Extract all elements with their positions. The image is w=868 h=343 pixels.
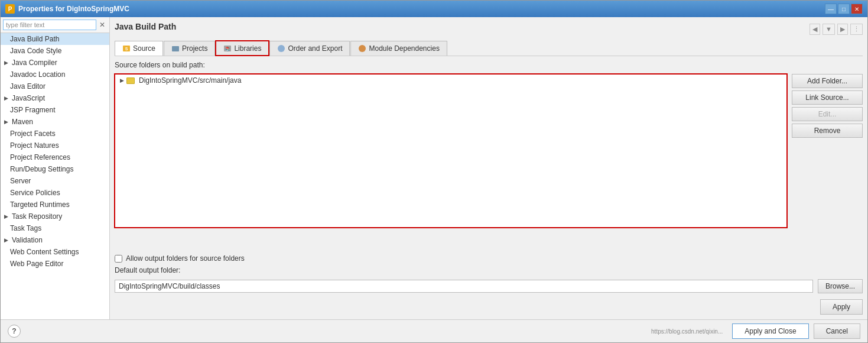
tab-order-export[interactable]: Order and Export: [269, 41, 350, 56]
apply-close-button[interactable]: Apply and Close: [732, 323, 808, 339]
output-folder-input[interactable]: [115, 280, 813, 293]
sidebar-item-web-page-editor[interactable]: Web Page Editor: [1, 258, 109, 270]
expand-arrow-task-repository: ▶: [4, 213, 8, 219]
tab-order-label: Order and Export: [288, 44, 342, 53]
search-box: ✕: [1, 17, 109, 33]
help-button[interactable]: ?: [8, 325, 21, 338]
expand-arrow-java-compiler: ▶: [4, 60, 8, 66]
footer-left: ?: [8, 325, 21, 338]
order-tab-icon: [277, 44, 285, 53]
tab-projects-label: Projects: [182, 44, 207, 53]
edit-button[interactable]: Edit...: [792, 107, 863, 121]
main-panel: Java Build Path ◀ ▼ ▶ ⋮ S Source: [110, 17, 867, 319]
sidebar-item-java-compiler[interactable]: ▶ Java Compiler: [1, 57, 109, 69]
nav-forward-button[interactable]: ▶: [837, 24, 848, 35]
search-clear-button[interactable]: ✕: [97, 20, 107, 30]
allow-output-checkbox[interactable]: [115, 255, 122, 263]
nav-arrows: ◀ ▼ ▶ ⋮: [810, 24, 863, 35]
nav-menu-button[interactable]: ⋮: [850, 24, 863, 35]
sidebar-item-service-policies[interactable]: Service Policies: [1, 187, 109, 199]
sidebar-item-java-code-style[interactable]: Java Code Style: [1, 45, 109, 57]
remove-button[interactable]: Remove: [792, 124, 863, 138]
libraries-tab-icon: 📚: [223, 44, 232, 53]
maximize-button[interactable]: □: [838, 4, 850, 14]
browse-button[interactable]: Browse...: [818, 279, 863, 293]
source-tree-area: ▶ DigIntoSpringMVC/src/main/java Add Fol…: [115, 74, 863, 251]
panel-content: Source folders on build path: ▶ DigIntoS…: [115, 61, 863, 315]
footer-right: https://blog.csdn.net/qixin... Apply and…: [651, 323, 860, 339]
nav-dropdown-button[interactable]: ▼: [823, 24, 835, 35]
action-buttons: Add Folder... Link Source... Edit... Rem…: [792, 74, 863, 251]
tab-source-label: Source: [133, 44, 155, 53]
sidebar-item-project-facets[interactable]: Project Facets: [1, 128, 109, 140]
sidebar-item-javadoc-location[interactable]: Javadoc Location: [1, 69, 109, 80]
apply-button[interactable]: Apply: [820, 299, 863, 315]
svg-rect-2: [172, 46, 179, 51]
sidebar-item-javascript[interactable]: ▶ JavaScript: [1, 92, 109, 104]
main-window: P Properties for DigIntoSpringMVC — □ ✕ …: [0, 0, 868, 343]
svg-point-5: [278, 45, 285, 52]
projects-tab-icon: [171, 44, 180, 53]
close-button[interactable]: ✕: [851, 4, 863, 14]
svg-text:📚: 📚: [225, 46, 230, 51]
sidebar-item-project-natures[interactable]: Project Natures: [1, 140, 109, 151]
sidebar-item-validation[interactable]: ▶ Validation: [1, 234, 109, 246]
expand-arrow-maven: ▶: [4, 119, 8, 125]
sidebar-item-targeted-runtimes[interactable]: Targeted Runtimes: [1, 199, 109, 211]
window-title: Properties for DigIntoSpringMVC: [18, 5, 129, 13]
title-bar: P Properties for DigIntoSpringMVC — □ ✕: [1, 1, 867, 17]
tab-projects[interactable]: Projects: [164, 41, 215, 56]
cancel-button[interactable]: Cancel: [814, 323, 860, 339]
tab-libraries-label: Libraries: [234, 44, 261, 53]
output-row: Browse...: [115, 279, 863, 293]
sidebar-scroll-wrapper: Java Build Path Java Code Style ▶ Java C…: [1, 33, 109, 319]
folder-icon: [126, 77, 135, 84]
sidebar-item-task-repository[interactable]: ▶ Task Repository: [1, 211, 109, 222]
output-folder-label: Default output folder:: [115, 266, 863, 274]
footer-url: https://blog.csdn.net/qixin...: [651, 328, 723, 335]
sidebar-item-web-content-settings[interactable]: Web Content Settings: [1, 246, 109, 258]
svg-point-6: [359, 45, 366, 52]
footer: ? https://blog.csdn.net/qixin... Apply a…: [1, 319, 867, 342]
allow-output-label: Allow output folders for source folders: [126, 254, 245, 263]
sidebar-item-project-references[interactable]: Project References: [1, 151, 109, 163]
tab-source[interactable]: S Source: [115, 41, 163, 56]
title-bar-left: P Properties for DigIntoSpringMVC: [5, 4, 129, 14]
svg-text:S: S: [125, 47, 128, 51]
window-icon: P: [5, 4, 15, 14]
sidebar-item-jsp-fragment[interactable]: JSP Fragment: [1, 104, 109, 116]
tabs-bar: S Source Projects 📚 Libraries: [115, 41, 863, 56]
link-source-button[interactable]: Link Source...: [792, 90, 863, 105]
nav-back-button[interactable]: ◀: [810, 24, 820, 35]
title-controls: — □ ✕: [825, 4, 863, 14]
page-title: Java Build Path: [115, 22, 176, 31]
source-tab-icon: S: [122, 44, 131, 53]
add-folder-button[interactable]: Add Folder...: [792, 74, 863, 88]
main-header: Java Build Path ◀ ▼ ▶ ⋮: [115, 22, 863, 36]
bottom-right-area: Apply: [115, 297, 863, 315]
tree-expand-arrow: ▶: [120, 77, 124, 83]
tree-item-label: DigIntoSpringMVC/src/main/java: [139, 76, 241, 85]
sidebar-item-java-build-path[interactable]: Java Build Path: [1, 33, 109, 45]
checkbox-row: Allow output folders for source folders: [115, 254, 863, 263]
search-input[interactable]: [3, 20, 96, 30]
sidebar: ✕ Java Build Path Java Code Style ▶ Java…: [1, 17, 110, 319]
source-folders-label: Source folders on build path:: [115, 61, 863, 69]
tab-module-deps[interactable]: Module Dependencies: [350, 41, 447, 56]
module-tab-icon: [358, 44, 366, 53]
tree-item[interactable]: ▶ DigIntoSpringMVC/src/main/java: [115, 75, 786, 86]
expand-arrow-javascript: ▶: [4, 95, 8, 101]
tab-libraries[interactable]: 📚 Libraries: [216, 41, 269, 56]
sidebar-item-task-tags[interactable]: Task Tags: [1, 222, 109, 234]
tab-module-label: Module Dependencies: [369, 44, 439, 53]
sidebar-item-java-editor[interactable]: Java Editor: [1, 80, 109, 92]
sidebar-item-server[interactable]: Server: [1, 175, 109, 187]
sidebar-item-maven[interactable]: ▶ Maven: [1, 116, 109, 128]
source-tree: ▶ DigIntoSpringMVC/src/main/java: [115, 74, 787, 228]
sidebar-list: Java Build Path Java Code Style ▶ Java C…: [1, 33, 109, 319]
sidebar-item-run-debug-settings[interactable]: Run/Debug Settings: [1, 163, 109, 175]
expand-arrow-validation: ▶: [4, 237, 8, 243]
content-area: ✕ Java Build Path Java Code Style ▶ Java…: [1, 17, 867, 319]
minimize-button[interactable]: —: [825, 4, 837, 14]
